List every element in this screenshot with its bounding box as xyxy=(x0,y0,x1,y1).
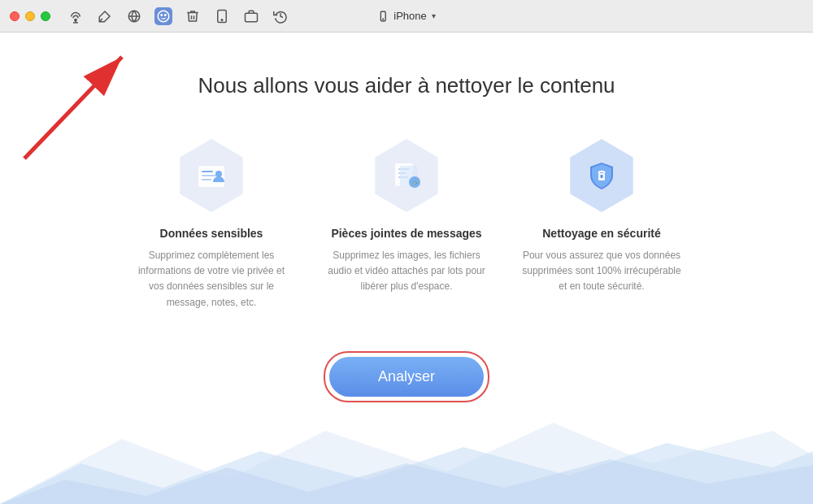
svg-marker-28 xyxy=(0,443,813,504)
trash-icon[interactable] xyxy=(184,7,202,25)
sensitive-icon-bg xyxy=(175,139,248,212)
feature-card-sensitive: Données sensibles Supprimez complètement… xyxy=(130,139,293,311)
clean-icon[interactable] xyxy=(96,7,114,25)
feature-desc-attachments: Supprimez les images, les fichiers audio… xyxy=(325,248,488,295)
maximize-button[interactable] xyxy=(41,11,50,21)
briefcase-icon[interactable] xyxy=(242,7,260,25)
history-icon[interactable] xyxy=(272,7,289,25)
face-icon[interactable] xyxy=(154,7,172,25)
mountains-decoration xyxy=(0,406,813,504)
feature-title-sensitive: Données sensibles xyxy=(160,227,263,240)
feature-desc-secure: Pour vous assurez que vos données suppri… xyxy=(520,248,683,295)
analyse-button[interactable]: Analyser xyxy=(329,357,484,397)
earth-icon[interactable] xyxy=(125,7,143,25)
svg-rect-26 xyxy=(601,175,603,178)
svg-point-2 xyxy=(158,11,169,22)
antenna-icon[interactable] xyxy=(67,7,85,25)
main-content: Nous allons vous aider à nettoyer le con… xyxy=(0,33,813,504)
svg-text:🔗: 🔗 xyxy=(411,178,420,188)
svg-point-10 xyxy=(383,19,384,20)
titlebar: iPhone ▾ xyxy=(0,0,813,33)
feature-title-attachments: Pièces jointes de messages xyxy=(331,227,481,240)
feature-card-attachments: 🔗 Pièces jointes de messages Supprimez l… xyxy=(325,139,488,295)
svg-point-0 xyxy=(75,19,76,20)
svg-point-6 xyxy=(221,19,223,20)
tablet-icon[interactable] xyxy=(213,7,231,25)
svg-rect-7 xyxy=(246,13,258,22)
attachments-icon-bg: 🔗 xyxy=(370,139,443,212)
feature-title-secure: Nettoyage en sécurité xyxy=(542,227,661,240)
feature-desc-sensitive: Supprimez complètement les informations … xyxy=(130,248,293,311)
svg-line-12 xyxy=(24,57,122,159)
chevron-down-icon: ▾ xyxy=(432,11,436,20)
feature-card-secure: Nettoyage en sécurité Pour vous assurez … xyxy=(520,139,683,295)
secure-icon-bg xyxy=(565,139,638,212)
svg-point-3 xyxy=(161,14,163,15)
svg-rect-16 xyxy=(202,179,211,180)
svg-marker-29 xyxy=(0,459,813,504)
svg-point-4 xyxy=(165,14,167,15)
svg-marker-27 xyxy=(0,423,813,504)
svg-point-17 xyxy=(215,171,222,177)
features-row: Données sensibles Supprimez complètement… xyxy=(130,139,683,311)
page-title: Nous allons vous aider à nettoyer le con… xyxy=(198,73,615,98)
svg-rect-15 xyxy=(202,175,216,176)
svg-rect-14 xyxy=(202,171,213,172)
analyse-button-wrapper: Analyser xyxy=(324,351,489,402)
minimize-button[interactable] xyxy=(25,11,35,21)
device-indicator[interactable]: iPhone ▾ xyxy=(377,10,435,22)
toolbar xyxy=(67,7,289,25)
traffic-lights xyxy=(10,11,50,21)
device-name: iPhone xyxy=(393,10,426,22)
close-button[interactable] xyxy=(10,11,20,21)
